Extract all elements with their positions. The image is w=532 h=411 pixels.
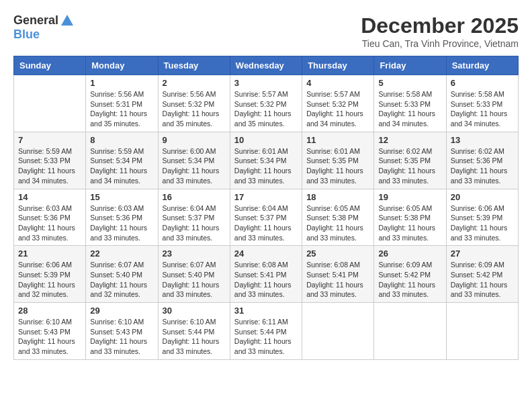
- day-info: Sunrise: 6:05 AMSunset: 5:38 PMDaylight:…: [378, 203, 441, 243]
- calendar-cell: 14Sunrise: 6:03 AMSunset: 5:36 PMDayligh…: [14, 189, 86, 246]
- calendar-week-row: 7Sunrise: 5:59 AMSunset: 5:33 PMDaylight…: [14, 132, 519, 189]
- day-number: 29: [90, 306, 153, 316]
- day-header-friday: Friday: [374, 56, 446, 75]
- calendar-cell: 28Sunrise: 6:10 AMSunset: 5:43 PMDayligh…: [14, 303, 86, 360]
- calendar-cell: 13Sunrise: 6:02 AMSunset: 5:36 PMDayligh…: [446, 132, 518, 189]
- svg-marker-0: [61, 15, 73, 26]
- day-number: 15: [90, 192, 153, 202]
- calendar-cell: 8Sunrise: 5:59 AMSunset: 5:34 PMDaylight…: [86, 132, 158, 189]
- calendar-cell: 31Sunrise: 6:11 AMSunset: 5:44 PMDayligh…: [230, 303, 302, 360]
- day-number: 7: [18, 135, 81, 145]
- day-header-saturday: Saturday: [446, 56, 518, 75]
- day-info: Sunrise: 5:59 AMSunset: 5:34 PMDaylight:…: [90, 146, 153, 186]
- day-header-wednesday: Wednesday: [230, 56, 302, 75]
- day-number: 4: [306, 78, 369, 88]
- day-number: 11: [306, 135, 369, 145]
- day-info: Sunrise: 5:58 AMSunset: 5:33 PMDaylight:…: [378, 89, 441, 129]
- day-number: 24: [234, 248, 298, 259]
- calendar-cell: 20Sunrise: 6:06 AMSunset: 5:39 PMDayligh…: [446, 189, 518, 246]
- day-info: Sunrise: 6:01 AMSunset: 5:35 PMDaylight:…: [306, 146, 369, 186]
- calendar-cell: 19Sunrise: 6:05 AMSunset: 5:38 PMDayligh…: [374, 189, 446, 246]
- day-number: 5: [378, 78, 441, 88]
- calendar-cell: 4Sunrise: 5:57 AMSunset: 5:32 PMDaylight…: [302, 75, 374, 132]
- calendar-cell: 25Sunrise: 6:08 AMSunset: 5:41 PMDayligh…: [302, 246, 374, 303]
- calendar-week-row: 14Sunrise: 6:03 AMSunset: 5:36 PMDayligh…: [14, 189, 519, 246]
- calendar-cell: 26Sunrise: 6:09 AMSunset: 5:42 PMDayligh…: [374, 246, 446, 303]
- day-number: 30: [163, 306, 226, 316]
- day-info: Sunrise: 6:02 AMSunset: 5:36 PMDaylight:…: [451, 146, 514, 186]
- day-info: Sunrise: 5:57 AMSunset: 5:32 PMDaylight:…: [306, 89, 369, 129]
- calendar-cell: [302, 303, 374, 360]
- day-number: 26: [378, 248, 441, 259]
- day-number: 23: [163, 248, 226, 259]
- day-number: 1: [90, 78, 153, 88]
- calendar-cell: 15Sunrise: 6:03 AMSunset: 5:36 PMDayligh…: [86, 189, 158, 246]
- day-info: Sunrise: 6:03 AMSunset: 5:36 PMDaylight:…: [90, 203, 153, 243]
- calendar-cell: 29Sunrise: 6:10 AMSunset: 5:43 PMDayligh…: [86, 303, 158, 360]
- day-info: Sunrise: 6:04 AMSunset: 5:37 PMDaylight:…: [234, 203, 298, 243]
- day-info: Sunrise: 5:56 AMSunset: 5:31 PMDaylight:…: [90, 89, 153, 129]
- day-number: 14: [18, 192, 81, 202]
- calendar-cell: [14, 75, 86, 132]
- day-number: 9: [163, 135, 226, 145]
- day-info: Sunrise: 6:10 AMSunset: 5:43 PMDaylight:…: [18, 317, 81, 357]
- day-number: 18: [306, 192, 369, 202]
- calendar-cell: 21Sunrise: 6:06 AMSunset: 5:39 PMDayligh…: [14, 246, 86, 303]
- day-info: Sunrise: 6:05 AMSunset: 5:38 PMDaylight:…: [306, 203, 369, 243]
- day-info: Sunrise: 6:03 AMSunset: 5:36 PMDaylight:…: [18, 203, 81, 243]
- calendar-cell: 3Sunrise: 5:57 AMSunset: 5:32 PMDaylight…: [230, 75, 302, 132]
- day-info: Sunrise: 5:59 AMSunset: 5:33 PMDaylight:…: [18, 146, 81, 186]
- calendar-cell: 27Sunrise: 6:09 AMSunset: 5:42 PMDayligh…: [446, 246, 518, 303]
- day-info: Sunrise: 6:08 AMSunset: 5:41 PMDaylight:…: [306, 260, 369, 300]
- day-info: Sunrise: 6:06 AMSunset: 5:39 PMDaylight:…: [18, 260, 81, 300]
- day-header-monday: Monday: [86, 56, 158, 75]
- calendar-week-row: 28Sunrise: 6:10 AMSunset: 5:43 PMDayligh…: [14, 303, 519, 360]
- calendar-cell: 16Sunrise: 6:04 AMSunset: 5:37 PMDayligh…: [158, 189, 230, 246]
- day-number: 19: [378, 192, 441, 202]
- calendar-cell: 11Sunrise: 6:01 AMSunset: 5:35 PMDayligh…: [302, 132, 374, 189]
- day-number: 3: [234, 78, 298, 88]
- calendar-subtitle: Tieu Can, Tra Vinh Province, Vietnam: [361, 38, 519, 49]
- calendar-cell: 7Sunrise: 5:59 AMSunset: 5:33 PMDaylight…: [14, 132, 86, 189]
- day-info: Sunrise: 6:01 AMSunset: 5:34 PMDaylight:…: [234, 146, 298, 186]
- calendar-cell: 10Sunrise: 6:01 AMSunset: 5:34 PMDayligh…: [230, 132, 302, 189]
- calendar-cell: 24Sunrise: 6:08 AMSunset: 5:41 PMDayligh…: [230, 246, 302, 303]
- calendar-cell: 12Sunrise: 6:02 AMSunset: 5:35 PMDayligh…: [374, 132, 446, 189]
- page-header: General Blue December 2025 Tieu Can, Tra…: [13, 13, 519, 49]
- calendar-cell: [374, 303, 446, 360]
- calendar-cell: 9Sunrise: 6:00 AMSunset: 5:34 PMDaylight…: [158, 132, 230, 189]
- day-info: Sunrise: 5:58 AMSunset: 5:33 PMDaylight:…: [451, 89, 514, 129]
- day-header-sunday: Sunday: [14, 56, 86, 75]
- calendar-cell: 2Sunrise: 5:56 AMSunset: 5:32 PMDaylight…: [158, 75, 230, 132]
- day-header-tuesday: Tuesday: [158, 56, 230, 75]
- day-info: Sunrise: 5:57 AMSunset: 5:32 PMDaylight:…: [234, 89, 298, 129]
- day-number: 27: [451, 248, 514, 259]
- day-info: Sunrise: 6:10 AMSunset: 5:44 PMDaylight:…: [163, 317, 226, 357]
- day-info: Sunrise: 6:07 AMSunset: 5:40 PMDaylight:…: [90, 260, 153, 300]
- calendar-week-row: 21Sunrise: 6:06 AMSunset: 5:39 PMDayligh…: [14, 246, 519, 303]
- title-section: December 2025 Tieu Can, Tra Vinh Provinc…: [361, 13, 519, 49]
- calendar-cell: 1Sunrise: 5:56 AMSunset: 5:31 PMDaylight…: [86, 75, 158, 132]
- day-info: Sunrise: 6:04 AMSunset: 5:37 PMDaylight:…: [163, 203, 226, 243]
- logo-blue: Blue: [13, 28, 40, 41]
- day-number: 22: [90, 248, 153, 259]
- day-info: Sunrise: 6:06 AMSunset: 5:39 PMDaylight:…: [451, 203, 514, 243]
- day-number: 17: [234, 192, 298, 202]
- day-info: Sunrise: 6:08 AMSunset: 5:41 PMDaylight:…: [234, 260, 298, 300]
- day-number: 6: [451, 78, 514, 88]
- day-header-thursday: Thursday: [302, 56, 374, 75]
- logo-icon: [60, 13, 75, 28]
- calendar-cell: [446, 303, 518, 360]
- day-number: 20: [451, 192, 514, 202]
- day-info: Sunrise: 6:11 AMSunset: 5:44 PMDaylight:…: [234, 317, 298, 357]
- day-info: Sunrise: 6:02 AMSunset: 5:35 PMDaylight:…: [378, 146, 441, 186]
- day-info: Sunrise: 6:09 AMSunset: 5:42 PMDaylight:…: [378, 260, 441, 300]
- day-number: 25: [306, 248, 369, 259]
- day-info: Sunrise: 6:00 AMSunset: 5:34 PMDaylight:…: [163, 146, 226, 186]
- day-number: 31: [234, 306, 298, 316]
- day-number: 8: [90, 135, 153, 145]
- day-info: Sunrise: 6:07 AMSunset: 5:40 PMDaylight:…: [163, 260, 226, 300]
- calendar-header-row: SundayMondayTuesdayWednesdayThursdayFrid…: [14, 56, 519, 75]
- day-info: Sunrise: 6:09 AMSunset: 5:42 PMDaylight:…: [451, 260, 514, 300]
- logo-general: General: [13, 14, 58, 28]
